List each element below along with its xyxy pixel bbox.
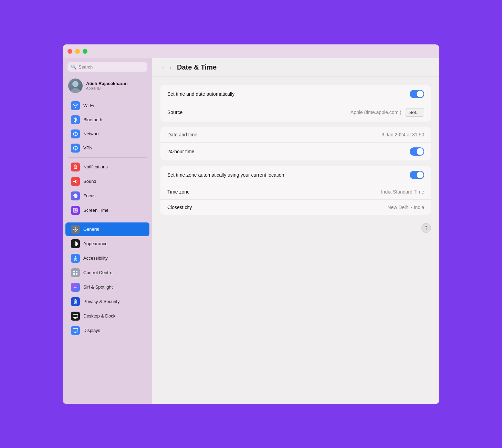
source-label: Source <box>167 110 182 115</box>
network-icon <box>71 129 80 138</box>
closest-city-row: Closest city New Delhi - India <box>160 200 431 215</box>
set-timezone-auto-right <box>410 171 424 179</box>
sidebar-item-label-sound: Sound <box>83 179 96 184</box>
titlebar <box>63 44 439 58</box>
sidebar-item-label-screentime: Screen Time <box>83 208 108 213</box>
wifi-icon <box>71 101 80 110</box>
appearance-icon <box>71 239 80 248</box>
24-hour-toggle[interactable] <box>410 147 424 156</box>
svg-point-0 <box>72 81 79 87</box>
svg-point-10 <box>75 256 76 257</box>
sidebar-item-label-privacy: Privacy & Security <box>83 299 119 304</box>
sidebar-item-controlcentre[interactable]: Control Centre <box>65 266 149 280</box>
sidebar-item-label-focus: Focus <box>83 193 95 198</box>
date-time-card: Date and time 9 Jan 2024 at 31:50 24-hou… <box>160 127 431 160</box>
date-and-time-value: 9 Jan 2024 at 31:50 <box>381 132 424 137</box>
24-hour-right <box>410 147 424 156</box>
sidebar-item-vpn[interactable]: VPN <box>65 141 149 155</box>
sidebar-section-network: Wi-Fi Bluetooth <box>63 98 152 155</box>
minimize-button[interactable] <box>75 49 80 54</box>
sound-icon <box>71 177 80 186</box>
sidebar-item-focus[interactable]: Focus <box>65 189 149 203</box>
sidebar-item-bluetooth[interactable]: Bluetooth <box>65 113 149 127</box>
toggle-knob-3 <box>417 171 423 178</box>
sidebar-item-label-bluetooth: Bluetooth <box>83 117 102 122</box>
svg-rect-11 <box>73 271 75 272</box>
sidebar-item-wifi[interactable]: Wi-Fi <box>65 99 149 113</box>
page-title: Date & Time <box>177 63 217 71</box>
avatar-image <box>68 79 83 93</box>
sidebar: 🔍 Atish Rajasekharan Apple ID <box>63 58 152 404</box>
sidebar-item-label-general: General <box>83 227 99 232</box>
user-info: Atish Rajasekharan Apple ID <box>86 81 128 90</box>
svg-point-8 <box>75 228 76 230</box>
sidebar-item-notifications[interactable]: Notifications <box>65 160 149 174</box>
main-header: ‹ › Date & Time <box>152 58 439 77</box>
24-hour-label: 24-hour time <box>167 149 195 154</box>
notifications-icon <box>71 163 80 171</box>
set-time-auto-right <box>410 90 424 98</box>
user-name: Atish Rajasekharan <box>86 81 128 86</box>
help-button[interactable]: ? <box>421 223 431 233</box>
accessibility-icon <box>71 254 80 263</box>
maximize-button[interactable] <box>83 49 87 54</box>
time-zone-row: Time zone India Standard Time <box>160 184 431 200</box>
svg-rect-13 <box>73 273 75 275</box>
sidebar-item-label-appearance: Appearance <box>83 241 107 246</box>
set-button[interactable]: Set... <box>405 108 424 117</box>
closest-city-label: Closest city <box>167 205 192 210</box>
timezone-card: Set time zone automatically using your c… <box>160 166 431 215</box>
divider-2 <box>68 220 147 220</box>
desktop-icon <box>71 312 80 321</box>
closest-city-right: New Delhi - India <box>387 205 424 210</box>
vpn-icon <box>71 144 80 153</box>
settings-area: Set time and date automatically Source A… <box>152 77 439 404</box>
back-button[interactable]: ‹ <box>160 63 165 72</box>
sidebar-item-screentime[interactable]: Screen Time <box>65 204 149 217</box>
sidebar-item-general[interactable]: General <box>65 222 149 236</box>
sidebar-item-label-desktop: Desktop & Dock <box>83 313 115 319</box>
controlcentre-icon <box>71 268 80 277</box>
set-timezone-auto-label: Set time zone automatically using your c… <box>167 172 284 178</box>
sidebar-item-privacy[interactable]: Privacy & Security <box>65 295 149 309</box>
sidebar-item-label-network: Network <box>83 131 100 136</box>
sidebar-item-sound[interactable]: Sound <box>65 175 149 188</box>
svg-rect-16 <box>73 314 78 317</box>
sidebar-item-displays[interactable]: Displays <box>65 324 149 337</box>
time-zone-label: Time zone <box>167 189 190 195</box>
sidebar-item-appearance[interactable]: Appearance <box>65 237 149 251</box>
sidebar-item-siri[interactable]: Siri & Spotlight <box>65 280 149 294</box>
window-content: 🔍 Atish Rajasekharan Apple ID <box>63 58 439 404</box>
toggle-knob-2 <box>417 148 423 155</box>
toggle-knob <box>417 91 423 97</box>
focus-icon <box>71 191 80 200</box>
bluetooth-icon <box>71 115 80 124</box>
close-button[interactable] <box>67 49 72 54</box>
sidebar-item-label-vpn: VPN <box>83 145 93 150</box>
traffic-lights <box>67 49 87 54</box>
system-settings-window: 🔍 Atish Rajasekharan Apple ID <box>62 43 440 405</box>
sidebar-item-network[interactable]: Network <box>65 127 149 141</box>
sidebar-item-label-siri: Siri & Spotlight <box>83 284 113 290</box>
search-bar[interactable]: 🔍 <box>67 62 147 72</box>
privacy-icon <box>71 297 80 306</box>
set-timezone-auto-row: Set time zone automatically using your c… <box>160 166 431 184</box>
screentime-icon <box>71 206 80 215</box>
user-profile[interactable]: Atish Rajasekharan Apple ID <box>63 76 152 97</box>
set-time-auto-row: Set time and date automatically <box>160 85 431 103</box>
svg-point-1 <box>71 88 80 93</box>
sidebar-item-desktop[interactable]: Desktop & Dock <box>65 309 149 323</box>
search-input[interactable] <box>79 64 144 70</box>
main-content: ‹ › Date & Time Set time and date automa… <box>152 58 439 404</box>
sidebar-item-accessibility[interactable]: Accessibility <box>65 251 149 265</box>
date-and-time-row: Date and time 9 Jan 2024 at 31:50 <box>160 127 431 143</box>
time-zone-right: India Standard Time <box>381 189 424 195</box>
closest-city-value: New Delhi - India <box>387 205 424 210</box>
date-and-time-label: Date and time <box>167 132 197 137</box>
forward-button[interactable]: › <box>168 63 173 72</box>
set-time-auto-toggle[interactable] <box>410 90 424 98</box>
displays-icon <box>71 326 80 335</box>
set-timezone-auto-toggle[interactable] <box>410 171 424 179</box>
sidebar-item-label-accessibility: Accessibility <box>83 256 108 261</box>
sidebar-item-label-notifications: Notifications <box>83 164 108 169</box>
